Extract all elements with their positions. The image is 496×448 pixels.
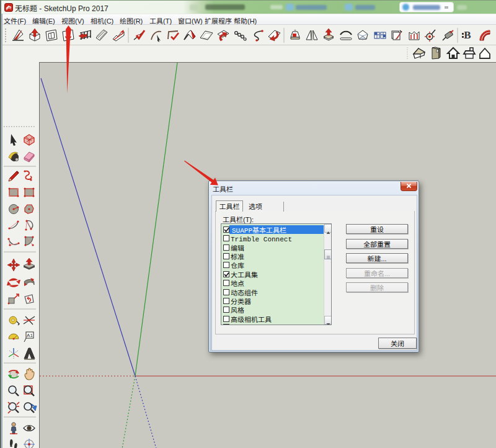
svg-text:A1: A1 [27,333,33,338]
svg-text:B: B [464,29,471,41]
